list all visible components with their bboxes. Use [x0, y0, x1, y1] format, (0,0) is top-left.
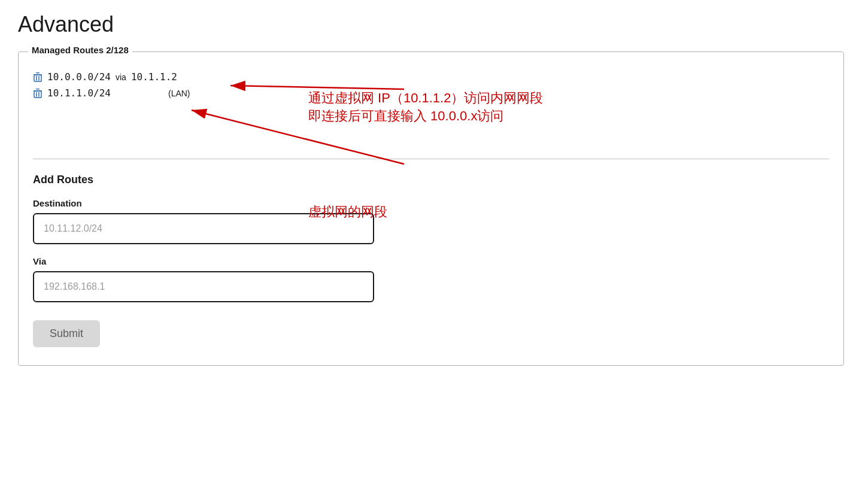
route-1-gateway: 10.1.1.2 — [131, 71, 177, 83]
destination-field-group: Destination — [33, 198, 829, 244]
svg-rect-7 — [34, 91, 41, 98]
section-divider — [33, 159, 829, 159]
destination-input[interactable] — [33, 213, 374, 244]
svg-rect-2 — [34, 75, 41, 81]
route-2-network: 10.1.1.0/24 — [47, 87, 111, 99]
via-input[interactable] — [33, 271, 374, 302]
route-1-network: 10.0.0.0/24 — [47, 71, 111, 83]
route-1-via-label: via — [116, 72, 126, 82]
svg-rect-1 — [36, 72, 40, 74]
via-label: Via — [33, 256, 829, 266]
svg-line-12 — [192, 110, 404, 164]
route-2-tag: (LAN) — [168, 89, 190, 98]
delete-route-2-icon[interactable] — [33, 88, 43, 99]
submit-button[interactable]: Submit — [33, 320, 100, 347]
delete-route-1-icon[interactable] — [33, 72, 43, 83]
route-row: 10.1.1.0/24 (LAN) — [33, 87, 829, 99]
destination-label: Destination — [33, 198, 829, 208]
svg-rect-6 — [36, 89, 40, 90]
add-routes-section: Add Routes Destination Via Submit — [33, 174, 829, 347]
main-card: Managed Routes 2/128 10.0.0.0/24 via 10.… — [18, 51, 844, 366]
add-routes-label: Add Routes — [33, 174, 829, 186]
routes-section: 10.0.0.0/24 via 10.1.1.2 10.1.1.0/24 (LA… — [33, 71, 829, 159]
annotation-text-line2: 即连接后可直接输入 10.0.0.x访问 — [308, 107, 543, 125]
route-row: 10.0.0.0/24 via 10.1.1.2 — [33, 71, 829, 83]
via-field-group: Via — [33, 256, 829, 302]
page-title: Advanced — [18, 12, 844, 37]
managed-routes-header: Managed Routes 2/128 — [28, 45, 132, 55]
